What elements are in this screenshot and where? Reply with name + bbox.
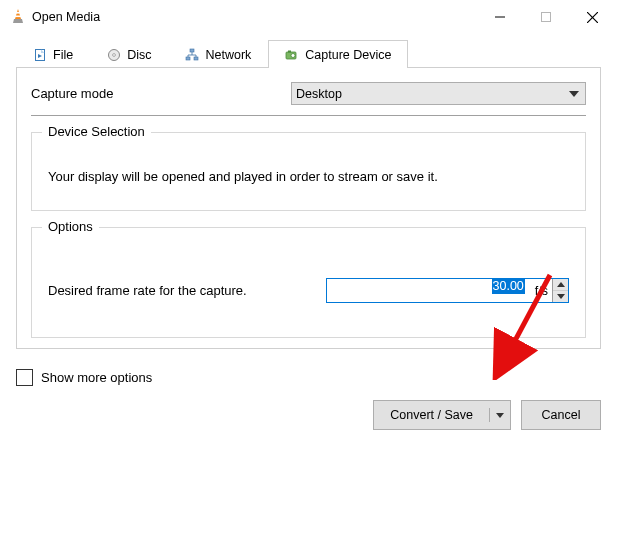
svg-rect-2 xyxy=(15,15,21,17)
capture-mode-select[interactable]: Desktop xyxy=(291,82,586,105)
svg-marker-23 xyxy=(557,282,565,287)
tab-label: Capture Device xyxy=(305,48,391,62)
svg-rect-14 xyxy=(186,57,190,60)
minimize-button[interactable] xyxy=(477,0,523,34)
close-button[interactable] xyxy=(569,0,615,34)
svg-rect-1 xyxy=(16,12,21,14)
options-group: Options Desired frame rate for the captu… xyxy=(31,227,586,338)
svg-marker-24 xyxy=(557,294,565,299)
tab-file[interactable]: File xyxy=(16,40,90,68)
device-selection-desc: Your display will be opened and played i… xyxy=(48,169,569,184)
svg-marker-3 xyxy=(13,19,23,23)
frame-rate-value[interactable]: 30.00 xyxy=(327,279,531,302)
capture-panel: Capture mode Desktop Device Selection Yo… xyxy=(16,68,601,349)
svg-point-12 xyxy=(113,53,116,56)
frame-rate-up-button[interactable] xyxy=(553,279,568,291)
svg-rect-21 xyxy=(288,50,291,52)
vlc-icon xyxy=(10,8,26,27)
device-selection-legend: Device Selection xyxy=(42,124,151,139)
tab-capture-device[interactable]: Capture Device xyxy=(268,40,408,68)
tab-label: File xyxy=(53,48,73,62)
frame-rate-unit: f/s xyxy=(531,279,552,302)
disc-icon xyxy=(107,48,121,62)
svg-point-22 xyxy=(291,53,295,57)
tab-network[interactable]: Network xyxy=(168,40,268,68)
tab-label: Disc xyxy=(127,48,151,62)
tab-bar: File Disc xyxy=(16,38,601,68)
svg-marker-0 xyxy=(15,9,21,19)
capture-device-icon xyxy=(285,48,299,62)
svg-marker-25 xyxy=(496,413,504,418)
frame-rate-label: Desired frame rate for the capture. xyxy=(48,283,318,298)
device-selection-group: Device Selection Your display will be op… xyxy=(31,132,586,211)
frame-rate-down-button[interactable] xyxy=(553,291,568,302)
window-title: Open Media xyxy=(26,10,477,24)
cancel-button[interactable]: Cancel xyxy=(521,400,601,430)
svg-rect-13 xyxy=(190,49,194,52)
tab-label: Network xyxy=(205,48,251,62)
show-more-options-label[interactable]: Show more options xyxy=(41,370,152,385)
tab-disc[interactable]: Disc xyxy=(90,40,168,68)
file-icon xyxy=(33,48,47,62)
options-legend: Options xyxy=(42,219,99,234)
divider xyxy=(31,115,586,116)
capture-mode-label: Capture mode xyxy=(31,86,291,101)
convert-save-button[interactable]: Convert / Save xyxy=(373,400,511,430)
svg-rect-15 xyxy=(194,57,198,60)
convert-save-dropdown[interactable] xyxy=(490,413,510,418)
titlebar: Open Media xyxy=(0,0,617,34)
maximize-button xyxy=(523,0,569,34)
frame-rate-input[interactable]: 30.00 f/s xyxy=(326,278,569,303)
network-icon xyxy=(185,48,199,62)
svg-rect-5 xyxy=(542,13,551,22)
show-more-options-checkbox[interactable] xyxy=(16,369,33,386)
